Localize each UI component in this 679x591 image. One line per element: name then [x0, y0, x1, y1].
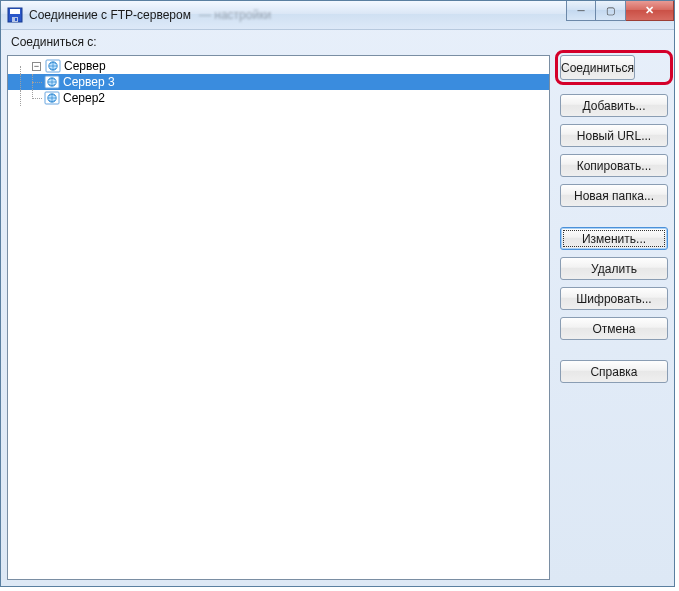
connect-button-highlight: Соединиться [555, 50, 673, 85]
encrypt-button[interactable]: Шифровать... [560, 287, 668, 310]
minimize-button[interactable]: ─ [566, 1, 596, 21]
edit-button[interactable]: Изменить... [560, 227, 668, 250]
expander-minus-icon[interactable]: − [32, 62, 41, 71]
tree-child-label: Сервер 3 [63, 75, 121, 89]
client-area: Соединиться с: − Сервер [7, 35, 668, 580]
svg-rect-3 [15, 18, 17, 21]
tree-lines [12, 74, 44, 90]
close-icon: ✕ [645, 5, 654, 16]
copy-button[interactable]: Копировать... [560, 154, 668, 177]
main-row: − Сервер [7, 55, 668, 580]
dialog-window: Соединение с FTP-сервером — настройки ─ … [0, 0, 675, 587]
server-icon [45, 58, 61, 74]
spacer [560, 347, 668, 353]
window-controls: ─ ▢ ✕ [566, 1, 674, 21]
button-column: Соединиться Добавить... Новый URL... Коп… [560, 55, 668, 580]
server-icon [44, 90, 60, 106]
tree-lines [12, 90, 44, 106]
svg-rect-1 [10, 9, 20, 14]
window-title: Соединение с FTP-сервером [29, 8, 191, 22]
tree-root-item[interactable]: − Сервер [8, 58, 549, 74]
maximize-button[interactable]: ▢ [596, 1, 626, 21]
tree-child-item[interactable]: Серер2 [8, 90, 549, 106]
tree-root-label: Сервер [64, 59, 112, 73]
cancel-button[interactable]: Отмена [560, 317, 668, 340]
new-folder-button[interactable]: Новая папка... [560, 184, 668, 207]
server-icon [44, 74, 60, 90]
tree-child-label: Серер2 [63, 91, 111, 105]
close-button[interactable]: ✕ [626, 1, 674, 21]
titlebar[interactable]: Соединение с FTP-сервером — настройки ─ … [1, 1, 674, 30]
app-disk-icon [7, 7, 23, 23]
window-title-blurred: — настройки [199, 8, 271, 22]
add-button[interactable]: Добавить... [560, 94, 668, 117]
help-button[interactable]: Справка [560, 360, 668, 383]
tree-child-item[interactable]: Сервер 3 [8, 74, 549, 90]
maximize-icon: ▢ [606, 6, 615, 16]
server-tree[interactable]: − Сервер [7, 55, 550, 580]
spacer [560, 214, 668, 220]
new-url-button[interactable]: Новый URL... [560, 124, 668, 147]
delete-button[interactable]: Удалить [560, 257, 668, 280]
tree-lines [12, 58, 32, 74]
minimize-icon: ─ [577, 6, 584, 16]
connect-button[interactable]: Соединиться [560, 55, 635, 80]
